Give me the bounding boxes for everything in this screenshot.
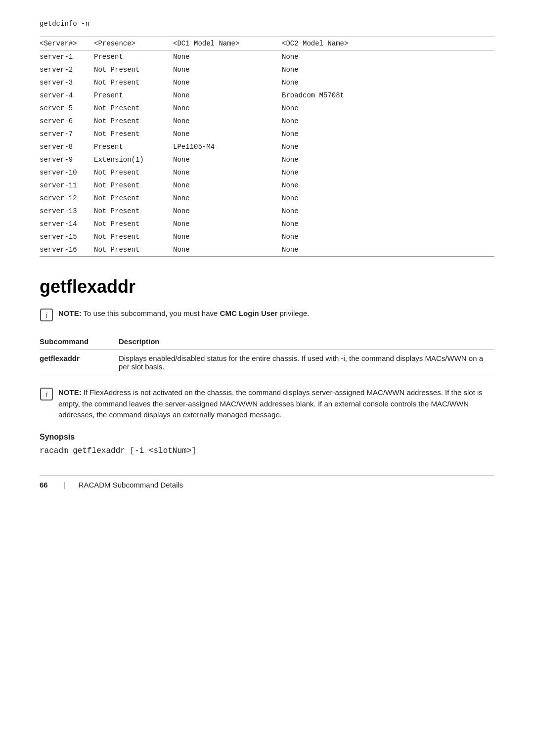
table-cell-15-2: None (173, 243, 282, 257)
table-cell-11-2: None (173, 192, 282, 205)
note1-box: i NOTE: To use this subcommand, you must… (40, 308, 494, 321)
table-cell-13-3: None (282, 218, 494, 230)
table-cell-4-3: None (282, 102, 494, 115)
table-cell-14-3: None (282, 230, 494, 243)
table-cell-9-3: None (282, 166, 494, 179)
table-row: server-3Not PresentNoneNone (40, 76, 494, 89)
table-row: server-14Not PresentNoneNone (40, 218, 494, 230)
table-cell-4-2: None (173, 102, 282, 115)
subcommand-row: getflexaddrDisplays enabled/disabled sta… (40, 350, 494, 375)
table-cell-1-2: None (173, 63, 282, 76)
table-cell-5-2: None (173, 115, 282, 128)
table-cell-6-0: server-7 (40, 128, 94, 140)
table-cell-9-2: None (173, 166, 282, 179)
col-dc2-header: <DC2 Model Name> (282, 37, 494, 50)
command-text: getdcinfo -n (40, 20, 89, 28)
table-row: server-2Not PresentNoneNone (40, 63, 494, 76)
table-cell-5-0: server-6 (40, 115, 94, 128)
table-cell-8-2: None (173, 153, 282, 166)
table-cell-12-2: None (173, 205, 282, 218)
table-cell-9-0: server-10 (40, 166, 94, 179)
svg-text:i: i (45, 390, 48, 399)
table-cell-13-2: None (173, 218, 282, 230)
subcommand-description: Displays enabled/disabled status for the… (119, 350, 494, 375)
table-cell-12-0: server-13 (40, 205, 94, 218)
note1-label: NOTE: (58, 309, 82, 317)
table-cell-10-0: server-11 (40, 179, 94, 192)
table-cell-1-3: None (282, 63, 494, 76)
table-cell-3-0: server-4 (40, 89, 94, 102)
table-cell-2-1: Not Present (94, 76, 173, 89)
table-cell-6-3: None (282, 128, 494, 140)
note2-body: If FlexAddress is not activated on the c… (58, 388, 483, 419)
table-cell-0-2: None (173, 50, 282, 64)
col-server-header: <Server#> (40, 37, 94, 50)
table-cell-9-1: Not Present (94, 166, 173, 179)
col-presence-header: <Presence> (94, 37, 173, 50)
section-heading: getflexaddr (40, 276, 494, 297)
table-cell-7-0: server-8 (40, 140, 94, 153)
footer-text: RACADM Subcommand Details (79, 481, 183, 489)
note1-highlight: CMC Login User (220, 309, 278, 317)
table-cell-13-1: Not Present (94, 218, 173, 230)
table-cell-14-2: None (173, 230, 282, 243)
table-row: server-1PresentNoneNone (40, 50, 494, 64)
table-row: server-10Not PresentNoneNone (40, 166, 494, 179)
table-cell-3-3: Broadcom M5708t (282, 89, 494, 102)
footer-separator: | (64, 481, 66, 489)
table-row: server-16Not PresentNoneNone (40, 243, 494, 257)
svg-text:i: i (45, 311, 48, 320)
table-cell-5-1: Not Present (94, 115, 173, 128)
table-cell-11-0: server-12 (40, 192, 94, 205)
table-cell-10-1: Not Present (94, 179, 173, 192)
table-cell-13-0: server-14 (40, 218, 94, 230)
table-cell-8-1: Extension(1) (94, 153, 173, 166)
table-cell-2-3: None (282, 76, 494, 89)
table-cell-5-3: None (282, 115, 494, 128)
table-row: server-15Not PresentNoneNone (40, 230, 494, 243)
table-cell-6-1: Not Present (94, 128, 173, 140)
synopsis-section: Synopsis racadm getflexaddr [-i <slotNum… (40, 433, 494, 455)
table-cell-0-1: Present (94, 50, 173, 64)
command-line: getdcinfo -n (40, 20, 494, 28)
table-row: server-13Not PresentNoneNone (40, 205, 494, 218)
table-row: server-11Not PresentNoneNone (40, 179, 494, 192)
note1-after: privilege. (277, 309, 309, 317)
table-row: server-7Not PresentNoneNone (40, 128, 494, 140)
table-cell-15-0: server-16 (40, 243, 94, 257)
table-cell-2-2: None (173, 76, 282, 89)
table-row: server-12Not PresentNoneNone (40, 192, 494, 205)
table-cell-10-3: None (282, 179, 494, 192)
table-row: server-6Not PresentNoneNone (40, 115, 494, 128)
table-cell-4-1: Not Present (94, 102, 173, 115)
table-cell-15-3: None (282, 243, 494, 257)
table-cell-8-0: server-9 (40, 153, 94, 166)
subcommand-name: getflexaddr (40, 350, 119, 375)
table-row: server-8PresentLPe1105-M4None (40, 140, 494, 153)
note1-icon: i (40, 308, 52, 321)
table-cell-11-1: Not Present (94, 192, 173, 205)
note2-icon: i (40, 387, 52, 400)
note2-box: i NOTE: If FlexAddress is not activated … (40, 387, 494, 421)
table-row: server-4PresentNoneBroadcom M5708t (40, 89, 494, 102)
table-cell-14-0: server-15 (40, 230, 94, 243)
table-cell-3-1: Present (94, 89, 173, 102)
note2-label: NOTE: (58, 388, 82, 397)
note1-before: To use this subcommand, you must have (84, 309, 220, 317)
table-header-row: <Server#> <Presence> <DC1 Model Name> <D… (40, 37, 494, 50)
table-cell-14-1: Not Present (94, 230, 173, 243)
table-cell-10-2: None (173, 179, 282, 192)
table-cell-1-0: server-2 (40, 63, 94, 76)
table-row: server-9Extension(1)NoneNone (40, 153, 494, 166)
table-cell-7-2: LPe1105-M4 (173, 140, 282, 153)
table-cell-2-0: server-3 (40, 76, 94, 89)
table-cell-0-3: None (282, 50, 494, 64)
table-cell-3-2: None (173, 89, 282, 102)
subcmd-col-header: Subcommand (40, 333, 119, 350)
synopsis-code: racadm getflexaddr [-i <slotNum>] (40, 446, 494, 455)
table-cell-12-1: Not Present (94, 205, 173, 218)
subcommand-header-row: Subcommand Description (40, 333, 494, 350)
synopsis-heading: Synopsis (40, 433, 494, 442)
table-cell-15-1: Not Present (94, 243, 173, 257)
table-cell-7-1: Present (94, 140, 173, 153)
